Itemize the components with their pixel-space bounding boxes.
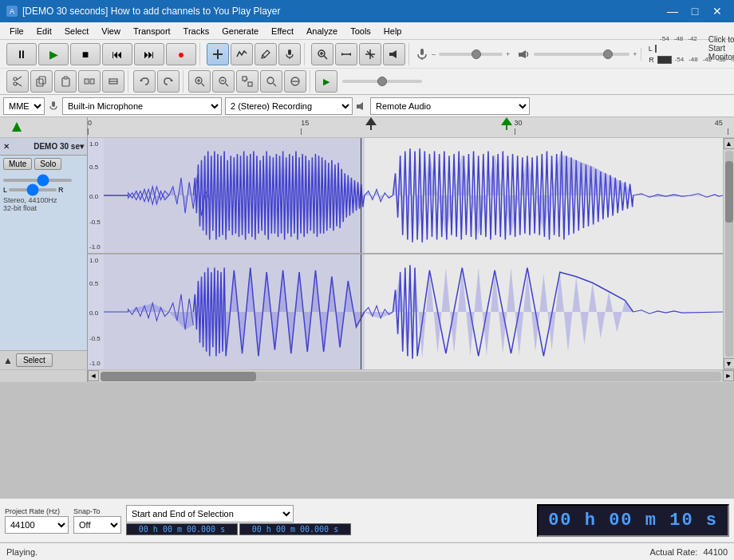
copy-button[interactable] bbox=[30, 70, 53, 93]
next-button[interactable]: ⏭ bbox=[134, 43, 164, 65]
menu-tracks[interactable]: Tracks bbox=[177, 25, 216, 37]
window-title: [DEMO 30 seconds] How to add channels to… bbox=[22, 6, 281, 17]
scroll-up-button[interactable]: ▲ bbox=[724, 138, 735, 149]
zoom-toggle-button[interactable] bbox=[284, 70, 306, 93]
vertical-scrollbar[interactable]: ▲ ▼ bbox=[723, 138, 734, 369]
waveform-display: 1.0 0.5 0.0 -0.5 -1.0 bbox=[88, 138, 723, 369]
title-bar: A [DEMO 30 seconds] How to add channels … bbox=[0, 0, 734, 22]
timeline-ruler[interactable]: 0 15 30 45 bbox=[88, 117, 734, 137]
tick-45 bbox=[728, 128, 728, 135]
track-info-2: 32-bit float bbox=[3, 204, 84, 212]
mic-device-icon bbox=[48, 101, 59, 112]
close-button[interactable]: ✕ bbox=[707, 3, 728, 19]
track-mute-solo: Mute Solo bbox=[0, 156, 87, 172]
menu-generate[interactable]: Generate bbox=[215, 25, 265, 37]
speaker-tool-button[interactable] bbox=[383, 43, 405, 65]
menu-view[interactable]: View bbox=[95, 25, 127, 37]
svg-line-24 bbox=[17, 83, 22, 86]
output-volume-slider[interactable] bbox=[534, 53, 629, 56]
menu-tools[interactable]: Tools bbox=[344, 25, 377, 37]
minimize-button[interactable]: — bbox=[662, 3, 683, 19]
record-button[interactable]: ● bbox=[166, 43, 196, 65]
input-device-select[interactable]: Built-in Microphone bbox=[62, 97, 222, 115]
bottom-toolbar: Project Rate (Hz) 44100 Snap-To Off Star… bbox=[0, 498, 734, 542]
waveform-track-bottom[interactable]: 1.0 0.5 0.0 -0.5 -1.0 bbox=[88, 254, 723, 369]
left-level-meter bbox=[655, 45, 657, 53]
playback-speed-slider[interactable] bbox=[342, 80, 422, 83]
svg-rect-26 bbox=[39, 77, 45, 84]
track-panel: ✕ DEMO 30 se▾ Mute Solo L R Stereo, 4410… bbox=[0, 138, 88, 369]
pan-right-label: R bbox=[58, 186, 64, 194]
multi-tool-button[interactable] bbox=[359, 43, 381, 65]
draw-tool-button[interactable] bbox=[255, 43, 277, 65]
cut-button[interactable] bbox=[6, 70, 29, 93]
time-inputs bbox=[126, 523, 351, 535]
svg-marker-54 bbox=[365, 117, 377, 125]
track-close-button[interactable]: ✕ bbox=[3, 142, 10, 151]
select-track-button[interactable]: Select bbox=[16, 353, 53, 367]
prev-button[interactable]: ⏮ bbox=[102, 43, 132, 65]
undo-icon bbox=[139, 76, 150, 87]
scroll-down-button[interactable]: ▼ bbox=[724, 358, 735, 369]
track-gain-slider[interactable] bbox=[3, 179, 72, 182]
cursor-icon bbox=[212, 49, 223, 60]
zoom-in-button[interactable] bbox=[311, 43, 333, 65]
pan-slider[interactable] bbox=[9, 188, 57, 191]
fit-project-button[interactable] bbox=[236, 70, 258, 93]
menu-help[interactable]: Help bbox=[377, 25, 408, 37]
mic-tool-button[interactable] bbox=[278, 43, 301, 65]
output-device-select[interactable]: Remote Audio bbox=[370, 97, 530, 115]
snap-to-select[interactable]: Off bbox=[73, 516, 121, 534]
selection-end-marker[interactable] bbox=[501, 117, 512, 132]
zoom-in-track-icon bbox=[194, 76, 205, 87]
envelope-tool-button[interactable] bbox=[231, 43, 253, 65]
selection-type-select[interactable]: Start and End of Selection Start and Len… bbox=[126, 505, 294, 523]
redo-icon bbox=[163, 76, 174, 87]
menu-file[interactable]: File bbox=[3, 25, 30, 37]
tick-0 bbox=[88, 128, 89, 135]
time-start-input[interactable] bbox=[126, 523, 238, 535]
maximize-button[interactable]: □ bbox=[685, 3, 705, 19]
track-expand-icon[interactable]: ▲ bbox=[3, 355, 13, 366]
silence-button[interactable] bbox=[102, 70, 124, 93]
select-tool-button[interactable] bbox=[207, 43, 229, 65]
trim-button[interactable] bbox=[78, 70, 101, 93]
waveform-track-top[interactable]: 1.0 0.5 0.0 -0.5 -1.0 bbox=[88, 138, 723, 254]
input-volume-slider[interactable] bbox=[439, 53, 503, 56]
paste-button[interactable] bbox=[54, 70, 77, 93]
status-playing: Playing. bbox=[6, 547, 37, 557]
zoom-toggle-icon bbox=[290, 76, 301, 87]
audio-host-select[interactable]: MME bbox=[3, 97, 45, 115]
undo-button[interactable] bbox=[133, 70, 156, 93]
solo-button[interactable]: Solo bbox=[34, 158, 61, 170]
zoom-in-track-button[interactable] bbox=[188, 70, 211, 93]
zoom-selection-button[interactable] bbox=[260, 70, 282, 93]
menu-analyze[interactable]: Analyze bbox=[300, 25, 344, 37]
menu-select[interactable]: Select bbox=[58, 25, 96, 37]
pause-button[interactable]: ⏸ bbox=[6, 43, 37, 65]
time-shift-button[interactable] bbox=[335, 43, 357, 65]
scroll-left-button[interactable]: ◄ bbox=[88, 370, 99, 381]
speaker-small-icon bbox=[518, 48, 531, 61]
playback-cursor-bottom bbox=[361, 254, 361, 369]
time-end-input[interactable] bbox=[239, 523, 351, 535]
menu-transport[interactable]: Transport bbox=[127, 25, 177, 37]
scroll-thumb[interactable] bbox=[725, 161, 733, 223]
scroll-right-button[interactable]: ► bbox=[723, 370, 734, 381]
horizontal-scrollbar: ◄ ► bbox=[0, 369, 734, 382]
menu-edit[interactable]: Edit bbox=[30, 25, 58, 37]
play-selection-button[interactable]: ▶ bbox=[315, 70, 337, 93]
project-rate-select[interactable]: 44100 bbox=[5, 516, 69, 534]
zoom-out-track-button[interactable] bbox=[212, 70, 235, 93]
menu-effect[interactable]: Effect bbox=[265, 25, 300, 37]
play-button[interactable]: ▶ bbox=[38, 43, 69, 65]
mute-button[interactable]: Mute bbox=[3, 158, 32, 170]
input-channels-select[interactable]: 2 (Stereo) Recording bbox=[225, 97, 353, 115]
scissors-icon bbox=[12, 76, 23, 87]
tick-15 bbox=[301, 128, 302, 135]
redo-button[interactable] bbox=[157, 70, 180, 93]
stop-button[interactable]: ■ bbox=[70, 43, 101, 65]
playhead[interactable] bbox=[365, 117, 377, 132]
svg-rect-3 bbox=[288, 49, 291, 55]
horizontal-scroll-thumb[interactable] bbox=[101, 372, 256, 381]
